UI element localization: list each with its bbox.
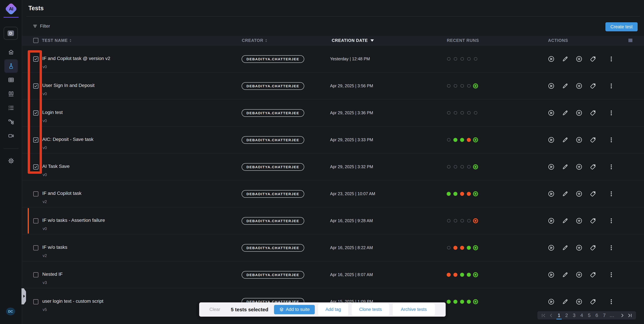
run-status-dot[interactable] [452,163,459,170]
edit-test-button[interactable] [562,244,569,251]
column-test-name[interactable]: TEST NAME [42,36,72,45]
run-status-dot[interactable] [459,217,466,224]
add-to-suite-bulk-button[interactable]: Add to suite [274,305,315,314]
more-actions-button[interactable] [608,55,615,63]
run-status-dot[interactable] [459,298,466,305]
prev-page-button[interactable] [548,313,554,318]
add-to-suite-button[interactable] [575,82,583,90]
page-5[interactable]: 5 [586,311,592,320]
test-name[interactable]: AI Task Save [42,164,70,169]
more-actions-button[interactable] [608,190,615,197]
run-status-dot[interactable] [466,190,472,197]
add-to-suite-button[interactable] [575,163,583,170]
run-status-dot[interactable] [459,83,466,89]
tag-test-button[interactable] [589,55,597,63]
run-status-dot[interactable] [452,217,459,224]
run-status-dot[interactable] [472,298,479,305]
row-checkbox[interactable] [33,137,38,143]
run-status-dot[interactable] [472,244,479,251]
run-test-button[interactable] [548,136,555,144]
test-name[interactable]: Nested IF [42,272,62,277]
page-7[interactable]: 7 [602,311,607,320]
test-name[interactable]: User Sign In and Deposit [42,83,94,88]
run-status-dot[interactable] [472,190,479,197]
more-actions-button[interactable] [608,217,615,224]
run-test-button[interactable] [548,55,555,63]
run-test-button[interactable] [548,109,555,117]
test-name[interactable]: IF and Copilot task @ version v2 [42,56,110,61]
more-actions-button[interactable] [608,271,615,278]
create-test-button[interactable]: Create test [606,22,638,31]
test-name[interactable]: IF and Copilot task [42,191,82,196]
edit-test-button[interactable] [562,217,569,224]
edit-test-button[interactable] [562,271,569,278]
page-1-active[interactable]: 1 [556,311,562,320]
filter-button[interactable]: Filter [32,22,50,30]
run-status-dot[interactable] [445,163,452,170]
sidebar-item-workflows[interactable] [7,118,15,126]
add-tag-button[interactable]: Add tag [318,304,348,316]
page-2[interactable]: 2 [564,311,569,320]
tag-test-button[interactable] [589,163,597,170]
test-name[interactable]: AIC: Deposit - Save task [42,137,94,142]
run-status-dot[interactable] [472,110,479,116]
run-status-dot[interactable] [445,110,452,116]
run-status-dot[interactable] [459,271,466,278]
run-status-dot[interactable] [445,271,452,278]
tag-test-button[interactable] [589,298,597,306]
column-creator[interactable]: CREATOR [242,36,267,45]
clone-tests-button[interactable]: Clone tests [352,304,389,316]
select-all-checkbox[interactable] [33,38,38,43]
run-status-dot[interactable] [466,137,472,143]
row-checkbox[interactable] [33,56,38,62]
page-4[interactable]: 4 [579,311,584,320]
sidebar-item-checklist[interactable] [7,104,15,112]
run-status-dot[interactable] [445,244,452,251]
test-name[interactable]: user login text - custom script [42,299,103,304]
run-status-dot[interactable] [472,83,479,89]
sidebar-item-settings[interactable] [7,157,15,165]
run-status-dot[interactable] [445,298,452,305]
run-status-dot[interactable] [466,163,472,170]
clear-selection-button[interactable]: Clear [210,307,220,312]
row-checkbox[interactable] [33,191,38,196]
run-status-dot[interactable] [452,110,459,116]
user-avatar[interactable]: DC [6,308,15,315]
test-name[interactable]: Login test [42,110,62,115]
run-test-button[interactable] [548,217,555,224]
run-status-dot[interactable] [452,190,459,197]
run-status-dot[interactable] [472,271,479,278]
sidebar-item-suites[interactable] [7,90,15,98]
add-to-suite-button[interactable] [575,217,583,224]
run-status-dot[interactable] [466,217,472,224]
archive-tests-button[interactable]: Archive tests [393,304,435,316]
run-status-dot[interactable] [452,83,459,89]
sidebar-item-data-tables[interactable] [7,76,15,84]
more-actions-button[interactable] [608,298,615,306]
column-settings-icon[interactable] [628,38,633,43]
run-status-dot[interactable] [459,163,466,170]
row-checkbox[interactable] [33,299,38,304]
edit-test-button[interactable] [562,190,569,197]
add-to-suite-button[interactable] [575,136,583,144]
add-to-suite-button[interactable] [575,244,583,251]
next-page-button[interactable] [620,313,625,318]
run-status-dot[interactable] [459,244,466,251]
run-status-dot[interactable] [445,56,452,62]
add-to-suite-button[interactable] [575,55,583,63]
more-actions-button[interactable] [608,136,615,144]
sidebar-item-tests[interactable] [7,62,15,70]
run-status-dot[interactable] [472,163,479,170]
run-status-dot[interactable] [445,190,452,197]
add-to-suite-button[interactable] [575,298,583,306]
run-test-button[interactable] [548,163,555,170]
run-status-dot[interactable] [445,217,452,224]
test-name[interactable]: IF w/o tasks - Assertion failure [42,218,105,223]
run-status-dot[interactable] [466,271,472,278]
run-status-dot[interactable] [452,137,459,143]
tag-test-button[interactable] [589,109,597,117]
more-actions-button[interactable] [608,163,615,170]
edit-test-button[interactable] [562,163,569,170]
more-actions-button[interactable] [608,109,615,117]
tag-test-button[interactable] [589,271,597,278]
